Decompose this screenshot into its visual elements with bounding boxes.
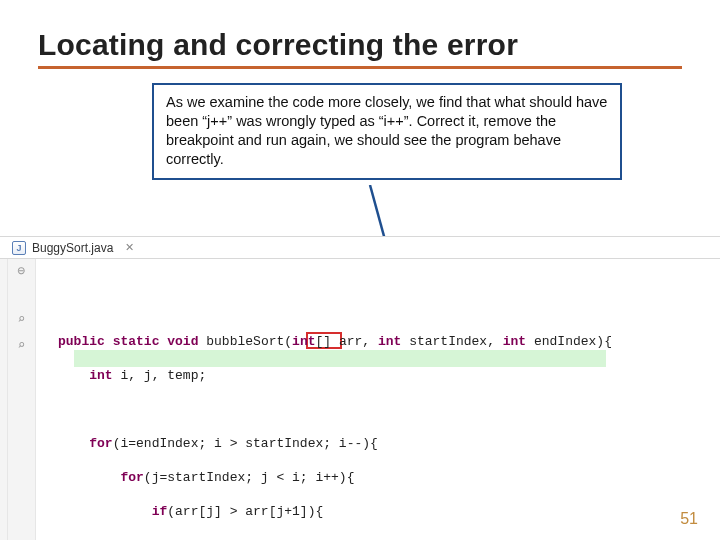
lens-icon: ⌕ bbox=[16, 339, 28, 351]
code-line: int i, j, temp; bbox=[58, 367, 612, 384]
code-line: for(j=startIndex; j < i; i++){ bbox=[58, 469, 612, 486]
callout-text: As we examine the code more closely, we … bbox=[166, 94, 607, 167]
fold-collapse-icon[interactable]: ⊖ bbox=[16, 265, 28, 277]
current-line-highlight bbox=[74, 350, 606, 367]
page-number: 51 bbox=[680, 510, 698, 528]
tab-filename[interactable]: BuggySort.java bbox=[32, 241, 113, 255]
error-token: i++) bbox=[315, 470, 346, 485]
lens-icon: ⌕ bbox=[16, 313, 28, 325]
callout-box: As we examine the code more closely, we … bbox=[152, 83, 622, 180]
gutter: ⊖ ⌕ ⌕ bbox=[8, 259, 36, 540]
ide-panel: J BuggySort.java ✕ ⊖ ⌕ ⌕ public static v… bbox=[0, 236, 720, 466]
java-file-icon: J bbox=[12, 241, 26, 255]
editor-tabbar: J BuggySort.java ✕ bbox=[0, 237, 720, 259]
slide-title: Locating and correcting the error bbox=[38, 28, 682, 69]
tab-close-icon[interactable]: ✕ bbox=[125, 241, 134, 254]
code-line: for(i=endIndex; i > startIndex; i--){ bbox=[58, 435, 612, 452]
code-area[interactable]: public static void bubbleSort(int[] arr,… bbox=[36, 259, 612, 540]
code-line bbox=[58, 401, 612, 418]
code-line: if(arr[j] > arr[j+1]){ bbox=[58, 503, 612, 520]
code-line: public static void bubbleSort(int[] arr,… bbox=[58, 333, 612, 350]
overview-ruler bbox=[0, 259, 8, 540]
code-editor: ⊖ ⌕ ⌕ public static void bubbleSort(int[… bbox=[0, 259, 720, 540]
